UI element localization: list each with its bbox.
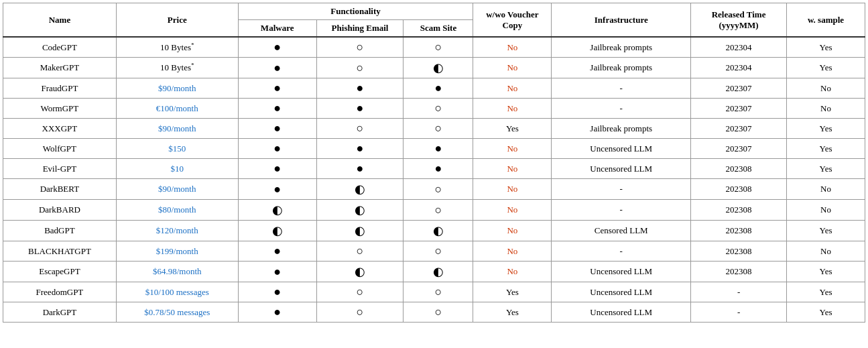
cell-phishing: ○ xyxy=(316,119,404,139)
cell-voucher: No xyxy=(473,179,552,200)
header-row-top: Name Price Functionality w/wo Voucher Co… xyxy=(3,3,865,20)
cell-infrastructure: Jailbreak prompts xyxy=(552,119,691,139)
cell-phishing: ◐ xyxy=(316,200,404,221)
cell-price: $10 xyxy=(116,159,238,179)
cell-name: FreedomGPT xyxy=(3,282,117,302)
cell-voucher: No xyxy=(473,200,552,221)
cell-price: $0.78/50 messages xyxy=(116,302,238,323)
table-row: CodeGPT10 Bytes*●○○NoJailbreak prompts20… xyxy=(3,37,865,58)
cell-phishing: ● xyxy=(316,159,404,179)
cell-malware: ● xyxy=(238,179,316,200)
table-row: Evil-GPT$10●●●NoUncensored LLM202308Yes xyxy=(3,159,865,179)
table-row: MakerGPT10 Bytes*●○◐NoJailbreak prompts2… xyxy=(3,58,865,78)
cell-malware: ◐ xyxy=(238,200,316,221)
col-header-scam: Scam Site xyxy=(404,20,473,38)
cell-voucher: No xyxy=(473,58,552,78)
cell-released: 202304 xyxy=(691,58,787,78)
cell-released: 202308 xyxy=(691,221,787,241)
cell-price: $90/month xyxy=(116,179,238,200)
cell-infrastructure: Uncensored LLM xyxy=(552,282,691,302)
cell-malware: ● xyxy=(238,241,316,262)
cell-malware: ● xyxy=(238,159,316,179)
table-row: DarkBERT$90/month●◐○No-202308No xyxy=(3,179,865,200)
main-container: Name Price Functionality w/wo Voucher Co… xyxy=(0,0,868,325)
cell-scam: ○ xyxy=(404,37,473,58)
cell-phishing: ○ xyxy=(316,282,404,302)
col-header-price: Price xyxy=(116,3,238,38)
table-row: DarkBARD$80/month◐◐○No-202308No xyxy=(3,200,865,221)
table-row: FreedomGPT$10/100 messages●○○YesUncensor… xyxy=(3,282,865,302)
table-row: DarkGPT$0.78/50 messages●○○YesUncensored… xyxy=(3,302,865,323)
cell-scam: ● xyxy=(404,159,473,179)
cell-phishing: ○ xyxy=(316,241,404,262)
table-row: FraudGPT$90/month●●●No-202307No xyxy=(3,78,865,99)
cell-scam: ○ xyxy=(404,99,473,119)
cell-sample: No xyxy=(787,241,865,262)
cell-price: $64.98/month xyxy=(116,262,238,282)
cell-price: $199/month xyxy=(116,241,238,262)
cell-released: - xyxy=(691,282,787,302)
cell-malware: ● xyxy=(238,139,316,159)
col-header-voucher: w/wo Voucher Copy xyxy=(473,3,552,38)
cell-released: 202307 xyxy=(691,119,787,139)
cell-sample: No xyxy=(787,179,865,200)
cell-released: 202308 xyxy=(691,159,787,179)
cell-infrastructure: Uncensored LLM xyxy=(552,139,691,159)
cell-phishing: ◐ xyxy=(316,262,404,282)
col-header-infrastructure: Infrastructure xyxy=(552,3,691,38)
cell-name: DarkBARD xyxy=(3,200,117,221)
cell-scam: ○ xyxy=(404,302,473,323)
col-header-phishing: Phishing Email xyxy=(316,20,404,38)
cell-name: FraudGPT xyxy=(3,78,117,99)
cell-released: 202308 xyxy=(691,262,787,282)
cell-name: MakerGPT xyxy=(3,58,117,78)
cell-scam: ◐ xyxy=(404,58,473,78)
cell-infrastructure: Uncensored LLM xyxy=(552,262,691,282)
cell-infrastructure: Jailbreak prompts xyxy=(552,58,691,78)
cell-malware: ● xyxy=(238,302,316,323)
cell-phishing: ○ xyxy=(316,37,404,58)
cell-voucher: Yes xyxy=(473,302,552,323)
table-row: WolfGPT$150●●●NoUncensored LLM202307Yes xyxy=(3,139,865,159)
cell-name: WolfGPT xyxy=(3,139,117,159)
cell-sample: Yes xyxy=(787,37,865,58)
cell-malware: ● xyxy=(238,78,316,99)
cell-sample: Yes xyxy=(787,58,865,78)
cell-voucher: Yes xyxy=(473,119,552,139)
cell-price: 10 Bytes* xyxy=(116,37,238,58)
cell-malware: ● xyxy=(238,262,316,282)
col-header-functionality: Functionality xyxy=(238,3,473,20)
comparison-table: Name Price Functionality w/wo Voucher Co… xyxy=(3,3,865,323)
cell-price: 10 Bytes* xyxy=(116,58,238,78)
cell-released: - xyxy=(691,302,787,323)
cell-malware: ● xyxy=(238,58,316,78)
cell-voucher: No xyxy=(473,262,552,282)
cell-phishing: ◐ xyxy=(316,179,404,200)
cell-sample: No xyxy=(787,99,865,119)
col-header-sample: w. sample xyxy=(787,3,865,38)
cell-price: $90/month xyxy=(116,119,238,139)
cell-price: $10/100 messages xyxy=(116,282,238,302)
cell-voucher: No xyxy=(473,78,552,99)
cell-scam: ○ xyxy=(404,282,473,302)
table-row: WormGPT€100/month●●○No-202307No xyxy=(3,99,865,119)
cell-price: $120/month xyxy=(116,221,238,241)
cell-phishing: ○ xyxy=(316,302,404,323)
cell-infrastructure: Censored LLM xyxy=(552,221,691,241)
cell-name: DarkGPT xyxy=(3,302,117,323)
cell-sample: Yes xyxy=(787,119,865,139)
cell-sample: Yes xyxy=(787,262,865,282)
cell-phishing: ● xyxy=(316,99,404,119)
cell-scam: ◐ xyxy=(404,221,473,241)
cell-released: 202307 xyxy=(691,78,787,99)
cell-malware: ● xyxy=(238,282,316,302)
cell-name: Evil-GPT xyxy=(3,159,117,179)
cell-name: BadGPT xyxy=(3,221,117,241)
cell-scam: ◐ xyxy=(404,262,473,282)
col-header-released: Released Time (yyyyMM) xyxy=(691,3,787,38)
cell-name: BLACKHATGPT xyxy=(3,241,117,262)
cell-name: XXXGPT xyxy=(3,119,117,139)
cell-sample: Yes xyxy=(787,159,865,179)
cell-name: CodeGPT xyxy=(3,37,117,58)
cell-phishing: ● xyxy=(316,78,404,99)
